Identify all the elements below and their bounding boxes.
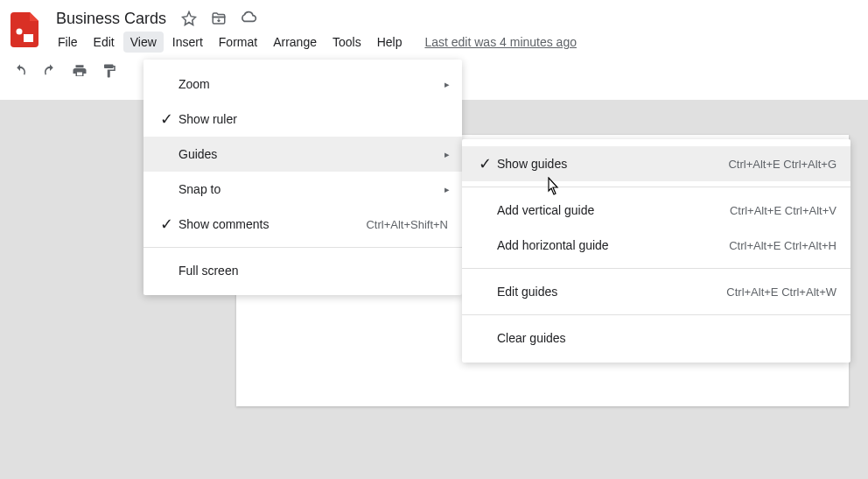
menu-show-ruler[interactable]: ✓ Show ruler: [144, 102, 462, 137]
menu-label: Show ruler: [178, 112, 448, 126]
shortcut-text: Ctrl+Alt+E Ctrl+Alt+G: [728, 158, 836, 171]
check-icon: ✓: [154, 215, 178, 234]
menu-show-guides[interactable]: ✓ Show guides Ctrl+Alt+E Ctrl+Alt+G: [462, 146, 850, 181]
submenu-arrow-icon: ▸: [444, 79, 450, 90]
menu-format[interactable]: Format: [212, 32, 264, 53]
move-folder-icon[interactable]: [208, 8, 229, 29]
svg-point-0: [17, 29, 23, 35]
shortcut-text: Ctrl+Alt+E Ctrl+Alt+W: [726, 285, 836, 299]
menu-add-horizontal-guide[interactable]: Add horizontal guide Ctrl+Alt+E Ctrl+Alt…: [462, 228, 850, 263]
menu-zoom[interactable]: Zoom ▸: [144, 67, 462, 102]
cloud-status-icon[interactable]: [238, 8, 259, 29]
paint-format-icon[interactable]: [98, 60, 121, 82]
shortcut-text: Ctrl+Alt+Shift+N: [366, 218, 448, 231]
menu-label: Zoom: [178, 77, 448, 91]
shortcut-text: Ctrl+Alt+E Ctrl+Alt+H: [729, 239, 836, 252]
menu-label: Add horizontal guide: [497, 238, 711, 252]
menu-guides[interactable]: Guides ▸: [144, 137, 462, 172]
submenu-arrow-icon: ▸: [444, 149, 450, 160]
check-icon: ✓: [154, 109, 178, 129]
app-logo-icon[interactable]: [7, 7, 42, 53]
star-icon[interactable]: [178, 8, 200, 29]
menu-show-comments[interactable]: ✓ Show comments Ctrl+Alt+Shift+N: [144, 207, 462, 242]
menu-view[interactable]: View: [123, 32, 164, 53]
menu-edit[interactable]: Edit: [87, 32, 122, 53]
menu-label: Show guides: [497, 157, 710, 171]
menu-label: Add vertical guide: [497, 203, 712, 217]
menu-full-screen[interactable]: Full screen: [144, 253, 462, 288]
menu-label: Guides: [178, 147, 448, 161]
menu-arrange[interactable]: Arrange: [266, 32, 324, 53]
menu-label: Clear guides: [497, 331, 836, 345]
menu-help[interactable]: Help: [370, 32, 410, 53]
menu-label: Edit guides: [497, 285, 709, 299]
menu-bar: File Edit View Insert Format Arrange Too…: [49, 30, 861, 54]
print-icon[interactable]: [68, 60, 91, 82]
menu-snap-to[interactable]: Snap to ▸: [144, 172, 462, 207]
menu-tools[interactable]: Tools: [326, 32, 368, 53]
document-title[interactable]: Business Cards: [52, 8, 170, 30]
menu-separator: [144, 247, 462, 248]
menu-add-vertical-guide[interactable]: Add vertical guide Ctrl+Alt+E Ctrl+Alt+V: [462, 193, 850, 228]
undo-icon[interactable]: [9, 60, 32, 82]
menu-label: Snap to: [178, 182, 448, 196]
menu-label: Show comments: [178, 217, 348, 231]
menu-separator: [462, 187, 850, 187]
submenu-arrow-icon: ▸: [444, 184, 450, 195]
menu-edit-guides[interactable]: Edit guides Ctrl+Alt+E Ctrl+Alt+W: [462, 274, 850, 309]
check-icon: ✓: [472, 154, 497, 173]
shortcut-text: Ctrl+Alt+E Ctrl+Alt+V: [730, 204, 836, 217]
menu-separator: [462, 314, 850, 315]
redo-icon[interactable]: [38, 60, 61, 82]
guides-submenu: ✓ Show guides Ctrl+Alt+E Ctrl+Alt+G Add …: [462, 139, 850, 363]
view-dropdown: Zoom ▸ ✓ Show ruler Guides ▸ Snap to ▸ ✓…: [144, 60, 462, 295]
menu-separator: [462, 268, 850, 269]
menu-insert[interactable]: Insert: [165, 32, 210, 53]
svg-rect-1: [24, 34, 33, 42]
menu-clear-guides[interactable]: Clear guides: [462, 321, 850, 356]
menu-label: Full screen: [178, 264, 448, 278]
last-edit-link[interactable]: Last edit was 4 minutes ago: [424, 35, 577, 49]
menu-file[interactable]: File: [51, 32, 85, 53]
